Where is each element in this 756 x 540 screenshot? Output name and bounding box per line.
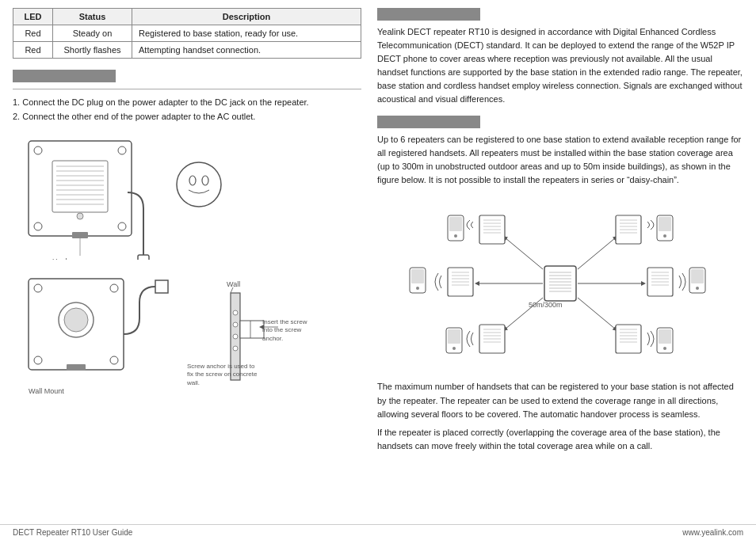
- svg-text:50m/300m: 50m/300m: [529, 301, 563, 309]
- svg-point-36: [233, 310, 238, 315]
- cell-led: Red: [13, 42, 53, 59]
- footer-right: www.yealink.com: [682, 528, 743, 537]
- footer: DECT Repeater RT10 User Guide www.yealin…: [0, 524, 756, 540]
- step-2: 2. Connect the other end of the power ad…: [13, 110, 361, 124]
- svg-rect-75: [659, 217, 671, 231]
- svg-point-103: [452, 347, 456, 350]
- table-row: RedShortly flashesAttempting handset con…: [13, 42, 361, 59]
- repeater-diagram: Hook: [13, 133, 155, 261]
- svg-rect-0: [29, 141, 132, 236]
- diagrams: Hook: [13, 133, 361, 405]
- network-svg: 50m/300m: [394, 196, 727, 371]
- svg-point-39: [233, 346, 238, 351]
- outlet-diagram: [171, 157, 227, 214]
- cell-description: Registered to base station, ready for us…: [132, 25, 361, 42]
- col-header-description: Description: [132, 9, 361, 25]
- diagram-top: Hook: [13, 133, 361, 261]
- svg-point-67: [454, 234, 457, 238]
- right-column: Yealink DECT repeater RT10 is designed i…: [377, 8, 743, 516]
- intro-description: Yealink DECT repeater RT10 is designed i…: [377, 25, 743, 106]
- svg-rect-44: [544, 266, 576, 301]
- svg-point-30: [64, 308, 88, 332]
- svg-line-54: [578, 238, 616, 269]
- svg-point-112: [663, 347, 666, 350]
- svg-point-76: [663, 234, 666, 238]
- svg-point-37: [233, 322, 238, 327]
- outlet-svg: [171, 157, 227, 212]
- wall-svg: Wall: [187, 277, 314, 404]
- coverage-text-2: If the repeater is placed correctly (ove…: [377, 426, 743, 453]
- main-content: LED Status Description RedSteady onRegis…: [0, 0, 756, 524]
- svg-line-58: [578, 298, 616, 329]
- hook-label-text: Hook: [52, 257, 70, 260]
- wall-mount-diagram: Wall Mount: [13, 271, 171, 399]
- svg-line-53: [505, 238, 543, 269]
- svg-rect-32: [155, 280, 168, 293]
- svg-point-21: [177, 162, 221, 207]
- svg-text:Wall: Wall: [227, 280, 240, 288]
- svg-rect-66: [449, 217, 462, 231]
- network-diagram: 50m/300m: [377, 196, 743, 372]
- svg-rect-102: [448, 329, 460, 344]
- svg-rect-17: [138, 255, 149, 260]
- cell-status: Shortly flashes: [53, 42, 132, 59]
- led-table: LED Status Description RedSteady onRegis…: [13, 8, 361, 59]
- svg-rect-40: [240, 321, 264, 338]
- deployment-header: [377, 116, 480, 128]
- cell-description: Attempting handset connection.: [132, 42, 361, 59]
- svg-rect-31: [67, 364, 86, 371]
- svg-rect-84: [411, 269, 424, 283]
- svg-point-15: [77, 213, 83, 219]
- deployment-text: Up to 6 repeaters can be registered to o…: [377, 133, 743, 187]
- footer-left: DECT Repeater RT10 User Guide: [13, 528, 132, 537]
- repeater-svg: Hook: [13, 133, 155, 260]
- col-header-status: Status: [53, 9, 132, 25]
- svg-line-57: [505, 298, 543, 329]
- cell-led: Red: [13, 25, 53, 42]
- svg-point-38: [233, 334, 238, 339]
- diagram-bottom: Wall Mount Wall: [13, 271, 361, 405]
- svg-point-85: [416, 287, 419, 290]
- coverage-text-1: The maximum number of handsets that can …: [377, 380, 743, 420]
- page: LED Status Description RedSteady onRegis…: [0, 0, 756, 540]
- left-column: LED Status Description RedSteady onRegis…: [13, 8, 361, 516]
- install-steps: 1. Connect the DC plug on the power adap…: [13, 96, 361, 124]
- svg-line-34: [231, 287, 233, 293]
- svg-point-23: [202, 176, 208, 185]
- col-header-led: LED: [13, 9, 53, 25]
- svg-point-94: [696, 287, 699, 290]
- cell-status: Steady on: [53, 25, 132, 42]
- intro-header: [377, 8, 480, 21]
- wall-section: Wall: [187, 277, 314, 405]
- svg-rect-93: [691, 269, 704, 283]
- step-1: 1. Connect the DC plug on the power adap…: [13, 96, 361, 110]
- wall-mount-svg: Wall Mount: [13, 271, 171, 397]
- wall-mount-label-text: Wall Mount: [29, 387, 64, 395]
- svg-point-22: [189, 176, 196, 185]
- table-row: RedSteady onRegistered to base station, …: [13, 25, 361, 42]
- svg-rect-111: [659, 329, 671, 344]
- installation-header: [13, 70, 116, 82]
